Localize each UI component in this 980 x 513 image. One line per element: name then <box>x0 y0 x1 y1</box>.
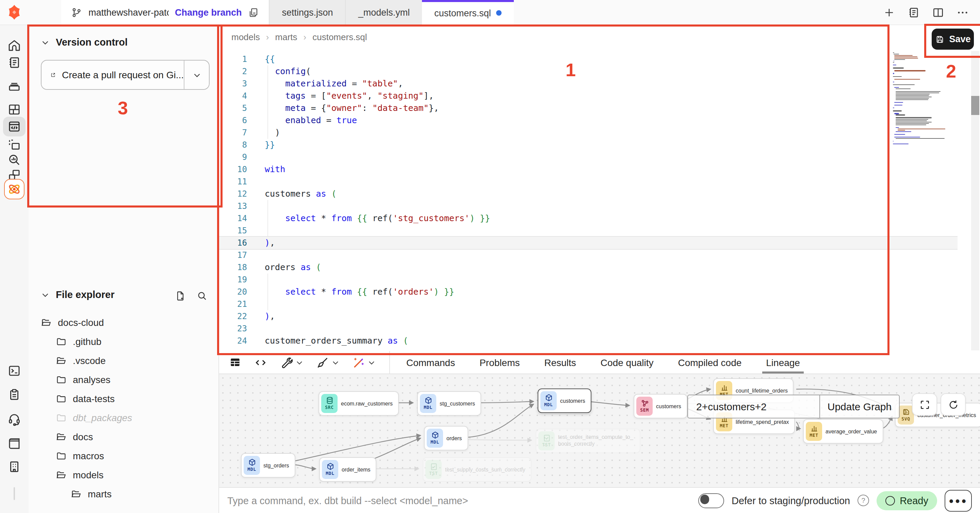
more-actions-button[interactable]: ●●● <box>945 489 972 511</box>
more-options-icon[interactable] <box>956 5 969 19</box>
minimap[interactable] <box>893 52 961 145</box>
code-text: customer_orders_summary as ( <box>265 335 408 347</box>
tab-label: customers.sql <box>434 8 491 18</box>
file-tree-item-macros[interactable]: macros <box>29 446 218 465</box>
docs-book-icon[interactable] <box>7 437 21 451</box>
version-control-title: Version control <box>56 37 127 48</box>
save-button[interactable]: Save <box>932 29 974 50</box>
create-pr-button-main[interactable]: Create a pull request on Gi... <box>41 60 184 89</box>
home-icon[interactable] <box>7 38 21 53</box>
file-tree-item-.github[interactable]: .github <box>29 332 218 351</box>
bottom-tab-Code quality[interactable]: Code quality <box>601 351 654 373</box>
terminal-icon[interactable] <box>7 364 21 378</box>
saved-query-icon: SVQ <box>898 405 914 424</box>
file-tree-item-.vscode[interactable]: .vscode <box>29 351 218 370</box>
tab-_models.yml[interactable]: _models.yml <box>345 0 422 24</box>
code-text: materialized = "table", <box>265 78 403 90</box>
dashboard-icon[interactable] <box>7 102 21 117</box>
bottom-tab-Compiled code[interactable]: Compiled code <box>678 351 742 373</box>
chevron-down-icon <box>41 290 50 299</box>
help-icon[interactable]: ? <box>858 495 869 506</box>
file-explorer-header[interactable]: File explorer <box>41 289 115 300</box>
command-input[interactable]: Type a command, ex. dbt build --select <… <box>227 495 698 506</box>
explore-search-icon[interactable] <box>7 153 21 167</box>
copy-branch-icon[interactable] <box>248 6 259 18</box>
scrollbar-thumb[interactable] <box>971 96 979 115</box>
visual-editor-icon[interactable] <box>7 138 21 152</box>
compile-code-icon[interactable] <box>254 356 267 369</box>
new-tab-icon[interactable] <box>882 5 896 19</box>
file-tree-item-models[interactable]: models <box>29 465 218 484</box>
code-editor[interactable]: models› marts› customers.sql 1{{2 config… <box>219 25 980 351</box>
bottom-tab-Results[interactable]: Results <box>544 351 576 373</box>
branch-section: matthewshaver-patc Change branch <box>61 0 269 24</box>
breadcrumb-separator: › <box>266 32 269 42</box>
file-tree-item-dbt_packages[interactable]: dbt_packages <box>29 408 218 427</box>
dbt-logo[interactable] <box>0 0 29 24</box>
notebook-icon[interactable] <box>7 56 21 70</box>
defer-toggle[interactable] <box>698 493 724 508</box>
lineage-node-test_order_items_compute_to_bools_correctly[interactable]: TSTtest_order_items_compute_to_bools_cor… <box>536 429 640 453</box>
new-file-icon[interactable] <box>175 291 186 302</box>
clipboard-icon[interactable] <box>7 388 21 402</box>
fullscreen-icon[interactable] <box>912 393 937 416</box>
line-number: 9 <box>219 151 247 163</box>
tab-customers.sql[interactable]: customers.sql <box>422 0 514 26</box>
bottom-tab-Problems[interactable]: Problems <box>479 351 520 373</box>
cube-icon: MDL <box>540 391 557 410</box>
lineage-node-customers[interactable]: SEMcustomers <box>633 394 687 418</box>
code-text: with <box>265 163 285 176</box>
create-pr-dropdown[interactable] <box>184 60 209 89</box>
file-tree-item-analyses[interactable]: analyses <box>29 370 218 389</box>
code-editor-icon[interactable] <box>3 117 25 137</box>
lineage-graph[interactable]: SRCecom.raw_customersMDLstg_customersMDL… <box>219 373 980 488</box>
ready-status-badge[interactable]: Ready <box>877 491 937 510</box>
branch-name[interactable]: matthewshaver-patc <box>89 7 169 17</box>
lineage-node-ecom.raw_customers[interactable]: SRCecom.raw_customers <box>318 391 399 416</box>
update-graph-button[interactable]: Update Graph <box>819 395 899 418</box>
organization-icon[interactable] <box>7 460 21 474</box>
copilot-atom-icon[interactable] <box>4 179 24 199</box>
file-tree-item-docs-cloud[interactable]: docs-cloud <box>29 313 218 332</box>
file-tree-item-marts[interactable]: marts <box>29 484 218 503</box>
support-headset-icon[interactable] <box>7 412 21 426</box>
file-tree-item-data-tests[interactable]: data-tests <box>29 389 218 408</box>
node-label: count_lifetime_orders <box>736 388 788 394</box>
code-line-20: 20 select * from {{ ref('orders') }} <box>219 286 958 298</box>
toolbar-divider <box>389 351 390 373</box>
line-number: 3 <box>219 78 247 90</box>
lineage-selector-input[interactable]: 2+customers+2 <box>688 395 819 418</box>
bottom-tab-Commands[interactable]: Commands <box>406 351 455 373</box>
split-editor-icon[interactable] <box>931 5 945 19</box>
format-broom-icon[interactable] <box>316 356 340 369</box>
search-files-icon[interactable] <box>197 291 208 302</box>
change-branch-link[interactable]: Change branch <box>175 7 242 17</box>
lineage-node-customers[interactable]: MDLcustomers <box>538 389 592 413</box>
file-list-icon[interactable] <box>907 5 920 19</box>
bottom-tab-Lineage[interactable]: Lineage <box>766 351 800 373</box>
lineage-node-order_items[interactable]: MDLorder_items <box>319 457 377 482</box>
lineage-node-customer_order_metrics[interactable]: SVQcustomer_order_metrics <box>895 403 980 427</box>
lineage-node-test_supply_costs_sum_correctly[interactable]: TSTtest_supply_costs_sum_correctly <box>423 457 531 482</box>
lineage-node-stg_orders[interactable]: MDLstg_orders <box>241 453 295 478</box>
folder-icon <box>56 336 67 347</box>
build-wrench-icon[interactable] <box>280 356 304 369</box>
version-control-header[interactable]: Version control <box>41 37 127 48</box>
ai-fix-wand-icon[interactable] <box>352 356 375 369</box>
file-tree-item-docs[interactable]: docs <box>29 427 218 446</box>
tab-label: settings.json <box>282 7 333 17</box>
inbox-icon[interactable] <box>7 79 21 93</box>
lineage-selector-popover: 2+customers+2 Update Graph <box>687 395 900 418</box>
lineage-node-average_order_value[interactable]: METaverage_order_value <box>803 419 883 444</box>
folder-icon <box>56 393 67 404</box>
lineage-node-stg_customers[interactable]: MDLstg_customers <box>417 391 481 416</box>
user-avatar[interactable] <box>14 488 15 500</box>
breadcrumb: models› marts› customers.sql <box>231 32 367 42</box>
preview-table-icon[interactable] <box>229 356 242 369</box>
test-icon: TST <box>538 431 555 450</box>
lineage-node-orders[interactable]: MDLorders <box>424 426 468 450</box>
tab-settings.json[interactable]: settings.json <box>269 0 345 24</box>
chevron-down-icon <box>41 38 50 47</box>
refresh-graph-icon[interactable] <box>940 393 966 416</box>
create-pr-button[interactable]: Create a pull request on Gi... <box>41 60 210 90</box>
